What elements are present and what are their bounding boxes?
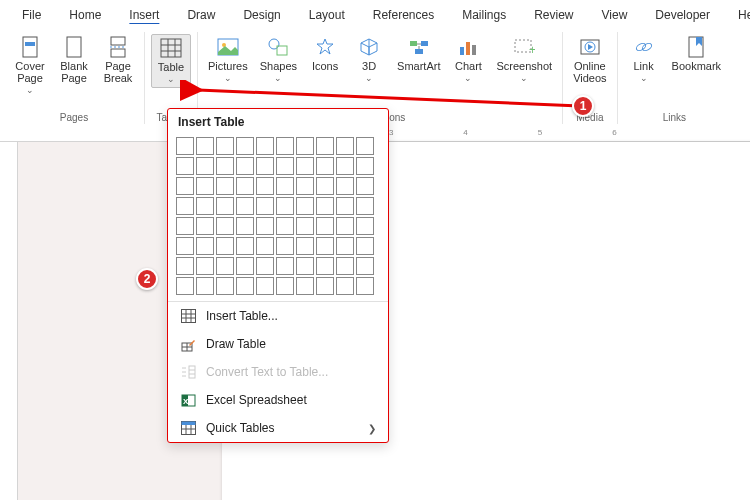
menu-layout[interactable]: Layout bbox=[295, 4, 359, 26]
grid-cell[interactable] bbox=[296, 177, 314, 195]
pictures-button[interactable]: Pictures⌄ bbox=[204, 34, 252, 86]
grid-cell[interactable] bbox=[196, 177, 214, 195]
grid-cell[interactable] bbox=[256, 137, 274, 155]
insert-table-item[interactable]: Insert Table... bbox=[168, 302, 388, 330]
grid-cell[interactable] bbox=[196, 157, 214, 175]
grid-cell[interactable] bbox=[236, 177, 254, 195]
quick-tables-item[interactable]: Quick Tables ❯ bbox=[168, 414, 388, 442]
grid-cell[interactable] bbox=[296, 237, 314, 255]
grid-cell[interactable] bbox=[196, 197, 214, 215]
chart-button[interactable]: Chart⌄ bbox=[448, 34, 488, 86]
draw-table-item[interactable]: Draw Table bbox=[168, 330, 388, 358]
grid-cell[interactable] bbox=[316, 237, 334, 255]
grid-cell[interactable] bbox=[216, 177, 234, 195]
grid-cell[interactable] bbox=[236, 237, 254, 255]
menu-review[interactable]: Review bbox=[520, 4, 587, 26]
menu-file[interactable]: File bbox=[8, 4, 55, 26]
grid-cell[interactable] bbox=[236, 217, 254, 235]
grid-cell[interactable] bbox=[336, 237, 354, 255]
grid-cell[interactable] bbox=[176, 277, 194, 295]
grid-cell[interactable] bbox=[236, 157, 254, 175]
menu-home[interactable]: Home bbox=[55, 4, 115, 26]
grid-cell[interactable] bbox=[216, 257, 234, 275]
grid-cell[interactable] bbox=[216, 277, 234, 295]
menu-developer[interactable]: Developer bbox=[641, 4, 724, 26]
menu-insert[interactable]: Insert bbox=[115, 4, 173, 26]
grid-cell[interactable] bbox=[196, 277, 214, 295]
grid-cell[interactable] bbox=[356, 277, 374, 295]
grid-cell[interactable] bbox=[296, 277, 314, 295]
cover-page-button[interactable]: Cover Page⌄ bbox=[10, 34, 50, 98]
grid-cell[interactable] bbox=[316, 157, 334, 175]
menu-view[interactable]: View bbox=[588, 4, 642, 26]
grid-cell[interactable] bbox=[276, 137, 294, 155]
bookmark-button[interactable]: Bookmark bbox=[668, 34, 726, 74]
grid-cell[interactable] bbox=[236, 277, 254, 295]
grid-cell[interactable] bbox=[176, 257, 194, 275]
grid-cell[interactable] bbox=[216, 157, 234, 175]
grid-cell[interactable] bbox=[176, 137, 194, 155]
grid-cell[interactable] bbox=[356, 197, 374, 215]
grid-cell[interactable] bbox=[276, 277, 294, 295]
grid-cell[interactable] bbox=[356, 237, 374, 255]
grid-cell[interactable] bbox=[336, 257, 354, 275]
blank-page-button[interactable]: Blank Page bbox=[54, 34, 94, 86]
excel-spreadsheet-item[interactable]: X Excel Spreadsheet bbox=[168, 386, 388, 414]
grid-cell[interactable] bbox=[196, 217, 214, 235]
grid-cell[interactable] bbox=[276, 197, 294, 215]
icons-button[interactable]: Icons bbox=[305, 34, 345, 74]
grid-cell[interactable] bbox=[216, 197, 234, 215]
grid-cell[interactable] bbox=[316, 217, 334, 235]
grid-cell[interactable] bbox=[216, 237, 234, 255]
grid-cell[interactable] bbox=[316, 277, 334, 295]
grid-cell[interactable] bbox=[176, 237, 194, 255]
screenshot-button[interactable]: +Screenshot⌄ bbox=[492, 34, 556, 86]
grid-cell[interactable] bbox=[236, 257, 254, 275]
grid-cell[interactable] bbox=[356, 217, 374, 235]
grid-cell[interactable] bbox=[316, 177, 334, 195]
grid-cell[interactable] bbox=[296, 157, 314, 175]
grid-cell[interactable] bbox=[276, 237, 294, 255]
grid-cell[interactable] bbox=[336, 137, 354, 155]
grid-cell[interactable] bbox=[176, 217, 194, 235]
grid-cell[interactable] bbox=[316, 197, 334, 215]
menu-mailings[interactable]: Mailings bbox=[448, 4, 520, 26]
page-break-button[interactable]: Page Break bbox=[98, 34, 138, 86]
grid-cell[interactable] bbox=[276, 257, 294, 275]
grid-cell[interactable] bbox=[336, 177, 354, 195]
grid-cell[interactable] bbox=[296, 257, 314, 275]
grid-cell[interactable] bbox=[256, 157, 274, 175]
grid-cell[interactable] bbox=[236, 197, 254, 215]
grid-cell[interactable] bbox=[276, 177, 294, 195]
grid-cell[interactable] bbox=[336, 277, 354, 295]
grid-cell[interactable] bbox=[256, 177, 274, 195]
3d-button[interactable]: 3D⌄ bbox=[349, 34, 389, 86]
menu-design[interactable]: Design bbox=[229, 4, 294, 26]
grid-cell[interactable] bbox=[316, 257, 334, 275]
grid-cell[interactable] bbox=[256, 217, 274, 235]
menu-references[interactable]: References bbox=[359, 4, 448, 26]
grid-cell[interactable] bbox=[356, 157, 374, 175]
grid-cell[interactable] bbox=[276, 217, 294, 235]
grid-cell[interactable] bbox=[356, 177, 374, 195]
grid-cell[interactable] bbox=[196, 137, 214, 155]
grid-cell[interactable] bbox=[316, 137, 334, 155]
grid-cell[interactable] bbox=[256, 237, 274, 255]
table-size-grid[interactable] bbox=[168, 135, 388, 301]
grid-cell[interactable] bbox=[176, 157, 194, 175]
menu-help[interactable]: Help bbox=[724, 4, 750, 26]
grid-cell[interactable] bbox=[336, 157, 354, 175]
table-button[interactable]: Table⌄ bbox=[151, 34, 191, 88]
grid-cell[interactable] bbox=[296, 137, 314, 155]
shapes-button[interactable]: Shapes⌄ bbox=[256, 34, 301, 86]
grid-cell[interactable] bbox=[296, 217, 314, 235]
grid-cell[interactable] bbox=[276, 157, 294, 175]
grid-cell[interactable] bbox=[336, 217, 354, 235]
grid-cell[interactable] bbox=[216, 137, 234, 155]
grid-cell[interactable] bbox=[296, 197, 314, 215]
online-videos-button[interactable]: Online Videos bbox=[569, 34, 610, 86]
grid-cell[interactable] bbox=[196, 257, 214, 275]
grid-cell[interactable] bbox=[356, 137, 374, 155]
grid-cell[interactable] bbox=[256, 257, 274, 275]
grid-cell[interactable] bbox=[336, 197, 354, 215]
